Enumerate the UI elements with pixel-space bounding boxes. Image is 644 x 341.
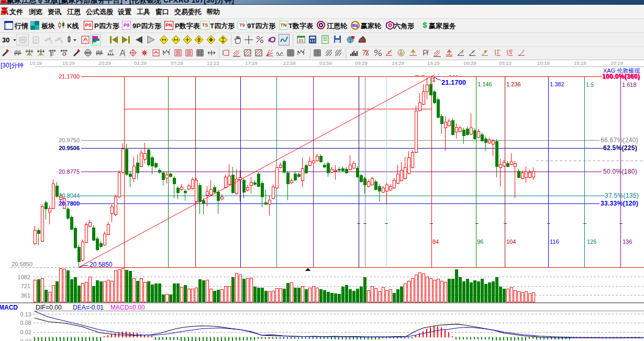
svg-text:15:29: 15:29 [62, 60, 75, 66]
svg-text:[30]分钟: [30]分钟 [1, 62, 24, 69]
svg-text:0.13: 0.13 [20, 311, 31, 317]
svg-text:1.618: 1.618 [622, 82, 637, 88]
svg-text:12:22: 12:22 [207, 60, 219, 66]
svg-text:116: 116 [550, 238, 559, 245]
svg-text:20.8044: 20.8044 [59, 192, 80, 199]
svg-text:361: 361 [21, 292, 30, 299]
svg-text:10:29: 10:29 [29, 60, 42, 66]
svg-text:19:29: 19:29 [427, 60, 440, 66]
svg-text:66.67%(240): 66.67%(240) [601, 137, 638, 144]
svg-text:20:18: 20:18 [610, 60, 623, 66]
svg-text:33.33%(120): 33.33%(120) [601, 200, 638, 207]
svg-text:21.1700: 21.1700 [59, 73, 80, 79]
svg-text:DIF=0.00: DIF=0.00 [36, 304, 62, 311]
svg-text:17:29: 17:29 [245, 60, 258, 66]
svg-text:10:18: 10:18 [537, 60, 550, 66]
svg-text:22:59: 22:59 [283, 60, 296, 66]
svg-text:96: 96 [477, 238, 483, 245]
svg-text:136: 136 [623, 238, 632, 245]
svg-text:1.146: 1.146 [478, 81, 492, 87]
svg-text:1.5: 1.5 [586, 82, 594, 88]
svg-text:84: 84 [432, 238, 439, 245]
svg-text:1: 1 [432, 76, 436, 83]
svg-text:104: 104 [506, 238, 516, 245]
svg-text:20.8775: 20.8775 [59, 168, 80, 175]
svg-text:20.5850: 20.5850 [12, 261, 32, 267]
svg-text:DEA=-0.01: DEA=-0.01 [73, 304, 104, 311]
svg-text:01:29: 01:29 [134, 60, 147, 66]
svg-text:07:29: 07:29 [171, 60, 183, 66]
svg-text:20:29: 20:29 [98, 60, 111, 66]
svg-text:37.5%(135): 37.5%(135) [605, 192, 639, 199]
svg-text:20.9750: 20.9750 [59, 137, 80, 143]
svg-text:126: 126 [587, 238, 596, 245]
svg-text:50.0%(180): 50.0%(180) [603, 168, 637, 175]
svg-text:15:18: 15:18 [574, 60, 586, 66]
svg-text:MACD: MACD [0, 304, 18, 311]
svg-text:0.02: 0.02 [20, 329, 31, 335]
svg-text:14:29: 14:29 [392, 60, 404, 66]
svg-text:1082: 1082 [18, 274, 30, 280]
svg-text:-0.03: -0.03 [18, 338, 31, 341]
svg-text:1.382: 1.382 [550, 81, 564, 87]
svg-text:20.5850: 20.5850 [90, 261, 113, 268]
svg-text:721: 721 [21, 283, 30, 289]
svg-text:20.9506: 20.9506 [59, 145, 80, 151]
svg-text:03:59: 03:59 [319, 60, 332, 66]
svg-text:1.236: 1.236 [506, 81, 521, 87]
svg-text:09:29: 09:29 [355, 60, 368, 66]
svg-text:0.08: 0.08 [20, 320, 31, 326]
svg-text:21.1700: 21.1700 [441, 78, 466, 86]
svg-text:62.5%(225): 62.5%(225) [603, 144, 637, 152]
svg-text:MACD=0.00: MACD=0.00 [110, 304, 145, 311]
svg-text:00:29: 00:29 [464, 60, 476, 66]
svg-text:20.7800: 20.7800 [59, 200, 80, 207]
svg-text:05:13: 05:13 [499, 60, 512, 66]
svg-text:100.0%(360): 100.0%(360) [602, 73, 640, 80]
